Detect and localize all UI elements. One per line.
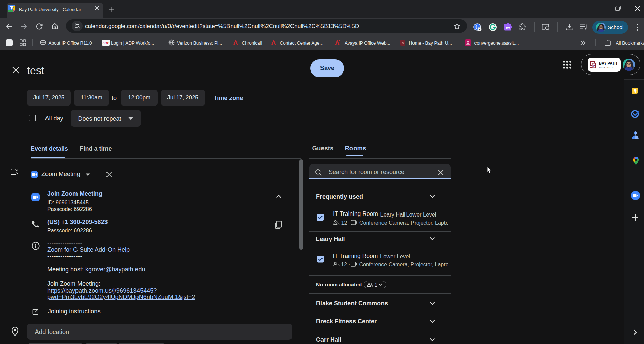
svg-text:rw: rw [506,26,510,30]
svg-text:17: 17 [9,6,14,10]
svg-text:P: P [592,64,595,68]
